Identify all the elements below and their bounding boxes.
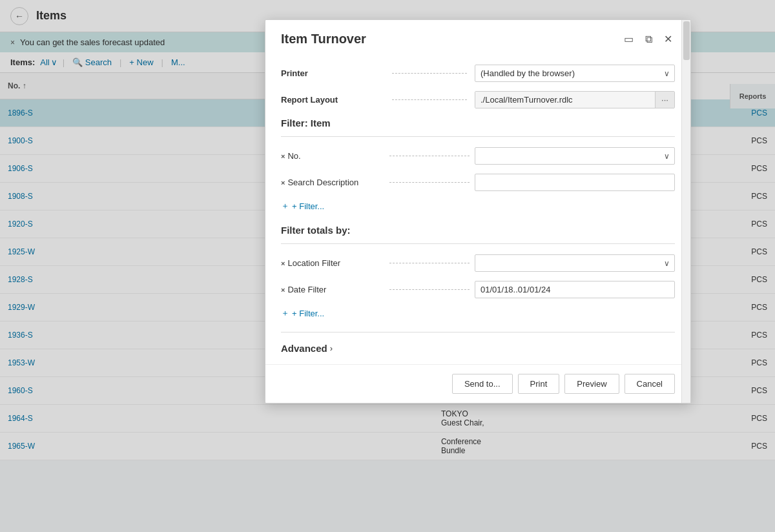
- filter-date-row: × Date Filter: [281, 281, 675, 298]
- advanced-divider: [281, 332, 675, 332]
- plus-icon-1: ＋: [281, 200, 289, 212]
- modal-scroll-thumb: [683, 21, 690, 60]
- close-icon: ✕: [664, 33, 672, 45]
- printer-select-wrap: (Handled by the browser): [475, 65, 675, 82]
- bookmark-icon: ▭: [624, 33, 634, 45]
- printer-control: (Handled by the browser): [475, 65, 675, 82]
- printer-label: Printer: [281, 68, 384, 78]
- bookmark-button[interactable]: ▭: [621, 32, 636, 46]
- filter-location-input-wrap: [475, 254, 675, 272]
- filter-search-desc-row: × Search Description: [281, 174, 675, 191]
- report-layout-dots: [392, 99, 467, 100]
- report-layout-input[interactable]: [475, 92, 655, 108]
- filter-no-remove[interactable]: ×: [281, 152, 285, 160]
- filter-location-row: × Location Filter: [281, 254, 675, 272]
- report-layout-row: Report Layout ···: [281, 91, 675, 108]
- add-filter-1-label: + Filter...: [292, 201, 324, 211]
- filter-no-row: × No.: [281, 147, 675, 165]
- filter-no-dots: [389, 156, 470, 156]
- filter-item-divider: [281, 136, 675, 137]
- printer-row: Printer (Handled by the browser): [281, 65, 675, 82]
- modal-body: Printer (Handled by the browser) Report …: [265, 54, 690, 364]
- filter-location-dots: [389, 263, 470, 263]
- preview-button[interactable]: Preview: [564, 374, 619, 394]
- report-layout-btn[interactable]: ···: [655, 92, 674, 108]
- plus-icon-2: ＋: [281, 307, 289, 319]
- filter-date-input-wrap: [475, 281, 675, 298]
- modal-header: Item Turnover ▭ ⧉ ✕: [265, 20, 690, 54]
- filter-location-select[interactable]: [475, 254, 675, 272]
- close-button[interactable]: ✕: [661, 32, 675, 46]
- modal-header-icons: ▭ ⧉ ✕: [621, 32, 675, 46]
- printer-dots: [392, 73, 467, 74]
- filter-date-dots: [389, 289, 470, 290]
- printer-select[interactable]: (Handled by the browser): [475, 65, 675, 82]
- filter-date-label: Date Filter: [287, 285, 384, 294]
- report-layout-label: Report Layout: [281, 95, 384, 105]
- report-layout-input-wrap: ···: [475, 91, 675, 108]
- filter-no-select-wrap: [475, 147, 675, 165]
- chevron-right-icon: ›: [330, 343, 333, 353]
- modal-footer: Send to... Print Preview Cancel: [265, 364, 690, 403]
- add-filter-2[interactable]: ＋ + Filter...: [281, 307, 675, 319]
- filter-no-select[interactable]: [475, 147, 675, 165]
- add-filter-1[interactable]: ＋ + Filter...: [281, 200, 675, 212]
- filter-search-desc-remove[interactable]: ×: [281, 179, 285, 187]
- filter-search-desc-input[interactable]: [475, 174, 675, 191]
- filter-search-desc-dots: [389, 182, 470, 183]
- filter-location-label: Location Filter: [287, 258, 384, 268]
- print-button[interactable]: Print: [518, 374, 560, 394]
- send-to-button[interactable]: Send to...: [452, 374, 513, 394]
- filter-totals-header: Filter totals by:: [281, 225, 675, 236]
- filter-date-input[interactable]: [475, 281, 675, 298]
- report-layout-control: ···: [475, 91, 675, 108]
- filter-search-desc-input-wrap: [475, 174, 675, 191]
- filter-location-remove[interactable]: ×: [281, 260, 285, 267]
- modal-scrollbar[interactable]: [681, 20, 690, 403]
- expand-button[interactable]: ⧉: [643, 32, 655, 46]
- item-turnover-modal: Item Turnover ▭ ⧉ ✕ Printer (Handled by …: [265, 19, 691, 404]
- expand-icon: ⧉: [645, 34, 652, 45]
- filter-no-label: No.: [287, 151, 384, 161]
- cancel-button[interactable]: Cancel: [625, 374, 675, 394]
- filter-location-select-wrap: [475, 254, 675, 272]
- modal-title: Item Turnover: [281, 32, 366, 46]
- add-filter-2-label: + Filter...: [292, 309, 324, 318]
- filter-search-desc-label: Search Description: [287, 178, 384, 187]
- advanced-row[interactable]: Advanced ›: [281, 343, 675, 354]
- advanced-label: Advanced: [281, 343, 327, 354]
- filter-date-remove[interactable]: ×: [281, 286, 285, 294]
- filter-totals-divider: [281, 243, 675, 244]
- filter-item-header: Filter: Item: [281, 118, 675, 128]
- filter-no-input-wrap: [475, 147, 675, 165]
